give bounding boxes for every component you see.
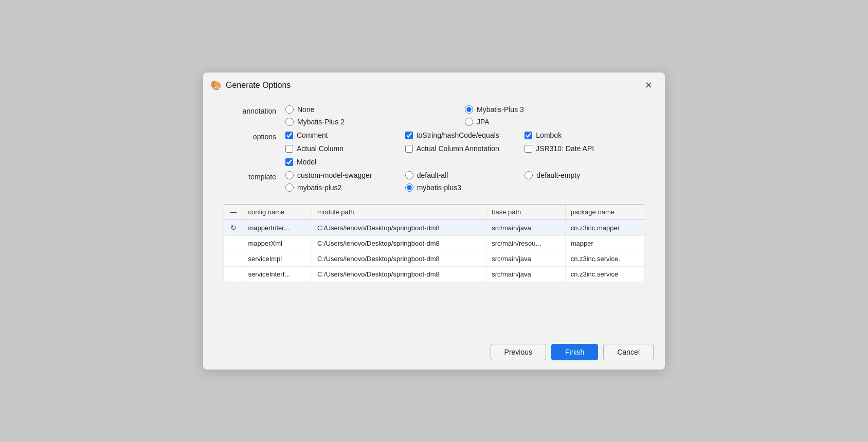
opt-comment[interactable]: Comment — [285, 131, 405, 139]
col-config-name: config name — [243, 205, 312, 220]
title-bar-left: 🎨 Generate Options — [210, 80, 291, 91]
row4-config-name: serviceInterf... — [243, 267, 312, 282]
opt-tostring-label: toString/hashCode/equals — [417, 131, 499, 139]
annotation-mybatis-plus3-input[interactable] — [465, 105, 473, 114]
tpl-default-empty-label: default-empty — [536, 171, 580, 179]
row2-base-path: src/main/resou... — [486, 236, 565, 251]
opt-comment-input[interactable] — [285, 132, 293, 139]
row2-module-path: C:/Users/lenovo/Desktop/springboot-dm8 — [312, 236, 486, 251]
dialog-content: annotation None Mybatis-Plus 2 — [203, 96, 665, 336]
options-col-3: Lombok JSR310: Date API — [525, 131, 644, 166]
opt-actual-col-ann-input[interactable] — [405, 145, 413, 153]
col-icon: — — [224, 205, 243, 220]
template-col-1: custom-model-swagger mybatis-plus2 — [285, 171, 405, 192]
annotation-options: None Mybatis-Plus 2 Mybatis-Plus 3 — [285, 105, 644, 126]
opt-model[interactable]: Model — [285, 158, 405, 166]
row1-base-path: src/main/java — [486, 220, 565, 236]
annotation-none-label: None — [297, 105, 314, 114]
row2-icon — [224, 236, 243, 251]
annotation-mybatis-plus2-label: Mybatis-Plus 2 — [297, 118, 345, 126]
table-row[interactable]: ↻ mapperInter... C:/Users/lenovo/Desktop… — [224, 220, 644, 236]
annotation-row: annotation None Mybatis-Plus 2 — [224, 105, 644, 126]
opt-model-input[interactable] — [285, 158, 293, 166]
annotation-radio-group: None Mybatis-Plus 2 Mybatis-Plus 3 — [285, 105, 644, 126]
options-content: Comment Actual Column Model — [285, 131, 644, 166]
opt-lombok-input[interactable] — [525, 132, 532, 139]
opt-jsr310-input[interactable] — [525, 145, 532, 153]
tpl-default-all-label: default-all — [417, 171, 448, 179]
generate-options-dialog: 🎨 Generate Options ✕ annotation None — [203, 72, 665, 370]
opt-comment-label: Comment — [297, 131, 328, 139]
annotation-label: annotation — [224, 105, 285, 115]
tpl-default-all[interactable]: default-all — [405, 171, 525, 179]
tpl-mybatis-plus3-input[interactable] — [405, 183, 413, 192]
dialog-title: Generate Options — [226, 81, 291, 90]
annotation-none[interactable]: None — [285, 105, 465, 114]
opt-actual-col[interactable]: Actual Column — [285, 144, 405, 153]
opt-model-label: Model — [297, 158, 316, 166]
row3-icon — [224, 251, 243, 267]
row1-module-path: C:/Users/lenovo/Desktop/springboot-dm8 — [312, 220, 486, 236]
previous-button[interactable]: Previous — [491, 344, 546, 360]
opt-lombok-label: Lombok — [536, 131, 562, 139]
opt-actual-col-ann-label: Actual Column Annotation — [417, 144, 499, 153]
template-label: template — [224, 171, 285, 181]
title-bar: 🎨 Generate Options ✕ — [203, 72, 665, 96]
annotation-mybatis-plus2-input[interactable] — [285, 118, 294, 126]
annotation-mybatis-plus2[interactable]: Mybatis-Plus 2 — [285, 118, 465, 126]
close-button[interactable]: ✕ — [642, 80, 656, 91]
annotation-none-input[interactable] — [285, 105, 294, 114]
tpl-custom-model-swagger-input[interactable] — [285, 171, 294, 179]
options-col-2: toString/hashCode/equals Actual Column A… — [405, 131, 525, 166]
row2-package-name: mapper — [565, 236, 644, 251]
tpl-custom-model-swagger-label: custom-model-swagger — [297, 171, 372, 179]
row3-module-path: C:/Users/lenovo/Desktop/springboot-dm8 — [312, 251, 486, 267]
table-header-row: — config name module path base path pack… — [224, 205, 644, 220]
finish-button[interactable]: Finish — [551, 344, 598, 360]
opt-tostring-input[interactable] — [405, 132, 413, 139]
row4-module-path: C:/Users/lenovo/Desktop/springboot-dm8 — [312, 267, 486, 282]
tpl-custom-model-swagger[interactable]: custom-model-swagger — [285, 171, 405, 179]
template-row: template custom-model-swagger mybatis-pl… — [224, 171, 644, 192]
row3-package-name: cn.z3inc.service. — [565, 251, 644, 267]
opt-lombok[interactable]: Lombok — [525, 131, 644, 139]
tpl-mybatis-plus2-label: mybatis-plus2 — [297, 183, 341, 192]
annotation-col-2: Mybatis-Plus 3 JPA — [465, 105, 644, 126]
annotation-mybatis-plus3-label: Mybatis-Plus 3 — [477, 105, 524, 114]
row2-config-name: mapperXml — [243, 236, 312, 251]
template-content: custom-model-swagger mybatis-plus2 defau… — [285, 171, 644, 192]
opt-tostring[interactable]: toString/hashCode/equals — [405, 131, 525, 139]
tpl-default-empty-input[interactable] — [525, 171, 533, 179]
tpl-mybatis-plus2-input[interactable] — [285, 183, 294, 192]
config-table-element: — config name module path base path pack… — [224, 205, 644, 282]
opt-jsr310[interactable]: JSR310: Date API — [525, 144, 644, 153]
dialog-footer: Previous Finish Cancel — [203, 336, 665, 370]
row1-icon: ↻ — [224, 220, 243, 236]
table-row[interactable]: serviceInterf... C:/Users/lenovo/Desktop… — [224, 267, 644, 282]
tpl-mybatis-plus3-label: mybatis-plus3 — [417, 183, 461, 192]
annotation-jpa-input[interactable] — [465, 118, 473, 126]
options-row: options Comment Actual Column — [224, 131, 644, 166]
annotation-jpa-label: JPA — [477, 118, 490, 126]
tpl-mybatis-plus3[interactable]: mybatis-plus3 — [405, 183, 525, 192]
tpl-mybatis-plus2[interactable]: mybatis-plus2 — [285, 183, 405, 192]
config-table: — config name module path base path pack… — [224, 204, 644, 282]
row4-package-name: cn.z3inc.service — [565, 267, 644, 282]
cancel-button[interactable]: Cancel — [603, 344, 654, 360]
options-label: options — [224, 131, 285, 141]
table-row[interactable]: serviceImpl C:/Users/lenovo/Desktop/spri… — [224, 251, 644, 267]
refresh-icon: ↻ — [230, 224, 237, 232]
options-col-1: Comment Actual Column Model — [285, 131, 405, 166]
options-checkbox-group: Comment Actual Column Model — [285, 131, 644, 166]
template-col-3: default-empty — [525, 171, 644, 192]
opt-jsr310-label: JSR310: Date API — [536, 144, 594, 153]
annotation-jpa[interactable]: JPA — [465, 118, 644, 126]
col-module-path: module path — [312, 205, 486, 220]
tpl-default-empty[interactable]: default-empty — [525, 171, 644, 179]
opt-actual-col-ann[interactable]: Actual Column Annotation — [405, 144, 525, 153]
opt-actual-col-input[interactable] — [285, 145, 293, 153]
tpl-default-all-input[interactable] — [405, 171, 413, 179]
row1-config-name: mapperInter... — [243, 220, 312, 236]
table-row[interactable]: mapperXml C:/Users/lenovo/Desktop/spring… — [224, 236, 644, 251]
annotation-mybatis-plus3[interactable]: Mybatis-Plus 3 — [465, 105, 644, 114]
